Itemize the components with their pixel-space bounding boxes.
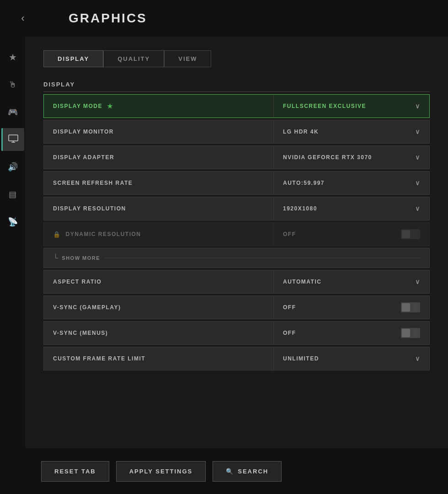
display-mode-value: FULLSCREEN EXCLUSIVE bbox=[283, 103, 366, 109]
monitor-icon bbox=[8, 134, 18, 145]
vsync-menus-toggle[interactable] bbox=[401, 328, 420, 338]
setting-label-display-adapter: DISPLAY ADAPTER bbox=[44, 154, 273, 161]
back-button[interactable]: ‹ bbox=[14, 9, 32, 27]
setting-value-vsync-menus: OFF bbox=[274, 328, 429, 338]
settings-container: DISPLAY MODE ★ FULLSCREEN EXCLUSIVE ∨ DI… bbox=[43, 94, 430, 370]
setting-row-aspect-ratio[interactable]: ASPECT RATIO AUTOMATIC ∨ bbox=[43, 270, 430, 294]
custom-frame-rate-label: CUSTOM FRAME RATE LIMIT bbox=[53, 355, 145, 362]
mouse-icon: 🖱 bbox=[9, 80, 17, 90]
chevron-down-icon: ∨ bbox=[415, 102, 421, 110]
network-icon: 📡 bbox=[8, 217, 18, 227]
search-button[interactable]: 🔍 SEARCH bbox=[213, 461, 282, 482]
tab-display[interactable]: DISPLAY bbox=[43, 50, 103, 67]
setting-row-custom-frame-rate[interactable]: CUSTOM FRAME RATE LIMIT UNLIMITED ∨ bbox=[43, 347, 430, 370]
aspect-ratio-label: ASPECT RATIO bbox=[53, 279, 101, 285]
back-icon: ‹ bbox=[21, 12, 24, 24]
show-more-row[interactable]: └ SHOW MORE bbox=[43, 248, 430, 268]
lock-icon: 🔒 bbox=[53, 231, 61, 238]
display-monitor-value: LG HDR 4K bbox=[283, 129, 319, 135]
setting-label-custom-frame-rate: CUSTOM FRAME RATE LIMIT bbox=[44, 355, 273, 362]
sidebar-item-audio[interactable]: 🔊 bbox=[1, 156, 24, 178]
gamepad-icon: 🎮 bbox=[8, 107, 18, 117]
setting-row-display-adapter[interactable]: DISPLAY ADAPTER NVIDIA GEFORCE RTX 3070 … bbox=[43, 145, 430, 169]
display-adapter-value: NVIDIA GEFORCE RTX 3070 bbox=[283, 154, 372, 161]
search-icon: 🔍 bbox=[226, 468, 234, 475]
display-monitor-label: DISPLAY MONITOR bbox=[53, 129, 114, 135]
setting-value-display-mode: FULLSCREEN EXCLUSIVE ∨ bbox=[274, 102, 429, 110]
show-more-divider bbox=[105, 258, 420, 258]
svg-rect-0 bbox=[9, 135, 18, 141]
toggle-thumb bbox=[402, 303, 410, 311]
tabs-container: DISPLAY QUALITY VIEW bbox=[43, 50, 430, 67]
setting-value-display-monitor: LG HDR 4K ∨ bbox=[274, 128, 429, 135]
vsync-menus-label: V-SYNC (MENUS) bbox=[53, 330, 108, 336]
display-resolution-label: DISPLAY RESOLUTION bbox=[53, 205, 126, 212]
vsync-menus-value: OFF bbox=[283, 330, 296, 336]
tab-quality[interactable]: QUALITY bbox=[103, 50, 164, 67]
setting-row-screen-refresh-rate[interactable]: SCREEN REFRESH RATE AUTO:59.997 ∨ bbox=[43, 171, 430, 195]
display-mode-label: DISPLAY MODE bbox=[53, 103, 102, 109]
setting-row-dynamic-resolution: 🔒 DYNAMIC RESOLUTION OFF bbox=[43, 222, 430, 246]
show-more-label: SHOW MORE bbox=[62, 255, 100, 261]
sidebar-item-display2[interactable]: ▤ bbox=[1, 183, 24, 206]
setting-label-display-resolution: DISPLAY RESOLUTION bbox=[44, 205, 273, 212]
footer: RESET TAB APPLY SETTINGS 🔍 SEARCH bbox=[0, 448, 448, 494]
setting-label-display-mode: DISPLAY MODE ★ bbox=[44, 102, 273, 110]
setting-value-aspect-ratio: AUTOMATIC ∨ bbox=[274, 278, 429, 285]
sidebar-item-network[interactable]: 📡 bbox=[1, 210, 24, 233]
setting-label-vsync-gameplay: V-SYNC (GAMEPLAY) bbox=[44, 304, 273, 311]
star-icon: ★ bbox=[9, 52, 17, 63]
setting-row-vsync-gameplay[interactable]: V-SYNC (GAMEPLAY) OFF bbox=[43, 295, 430, 319]
setting-value-screen-refresh-rate: AUTO:59.997 ∨ bbox=[274, 179, 429, 187]
dynamic-resolution-label: DYNAMIC RESOLUTION bbox=[66, 231, 141, 237]
apply-settings-button[interactable]: APPLY SETTINGS bbox=[116, 461, 206, 482]
setting-value-display-resolution: 1920X1080 ∨ bbox=[274, 205, 429, 212]
chevron-down-icon: ∨ bbox=[415, 278, 421, 285]
main-content: DISPLAY QUALITY VIEW DISPLAY DISPLAY MOD… bbox=[25, 37, 448, 448]
setting-label-dynamic-resolution: 🔒 DYNAMIC RESOLUTION bbox=[44, 231, 273, 238]
setting-label-vsync-menus: V-SYNC (MENUS) bbox=[44, 330, 273, 336]
page-title: GRAPHICS bbox=[69, 11, 147, 26]
indent-icon: └ bbox=[53, 254, 58, 262]
section-title: DISPLAY bbox=[43, 81, 430, 92]
setting-value-display-adapter: NVIDIA GEFORCE RTX 3070 ∨ bbox=[274, 154, 429, 161]
setting-value-vsync-gameplay: OFF bbox=[274, 302, 429, 312]
search-label: SEARCH bbox=[238, 468, 268, 475]
vsync-gameplay-toggle[interactable] bbox=[401, 302, 420, 312]
toggle-thumb bbox=[402, 230, 410, 238]
sidebar-item-star[interactable]: ★ bbox=[1, 46, 24, 69]
setting-value-dynamic-resolution: OFF bbox=[274, 229, 429, 239]
setting-label-screen-refresh-rate: SCREEN REFRESH RATE bbox=[44, 180, 273, 186]
sidebar-item-mouse[interactable]: 🖱 bbox=[1, 73, 24, 96]
setting-row-display-mode[interactable]: DISPLAY MODE ★ FULLSCREEN EXCLUSIVE ∨ bbox=[43, 94, 430, 118]
aspect-ratio-value: AUTOMATIC bbox=[283, 279, 321, 285]
display-resolution-value: 1920X1080 bbox=[283, 205, 317, 212]
sidebar-item-gamepad[interactable]: 🎮 bbox=[1, 101, 24, 124]
screen-refresh-rate-label: SCREEN REFRESH RATE bbox=[53, 180, 133, 186]
reset-tab-button[interactable]: RESET TAB bbox=[41, 461, 109, 482]
header: ‹ GRAPHICS bbox=[0, 0, 448, 37]
dynamic-resolution-value: OFF bbox=[283, 231, 296, 237]
chevron-down-icon: ∨ bbox=[415, 128, 421, 135]
screen-refresh-rate-value: AUTO:59.997 bbox=[283, 180, 325, 186]
vsync-gameplay-label: V-SYNC (GAMEPLAY) bbox=[53, 304, 121, 311]
setting-label-display-monitor: DISPLAY MONITOR bbox=[44, 129, 273, 135]
tab-view[interactable]: VIEW bbox=[164, 50, 211, 67]
setting-label-aspect-ratio: ASPECT RATIO bbox=[44, 279, 273, 285]
setting-value-custom-frame-rate: UNLIMITED ∨ bbox=[274, 355, 429, 362]
sidebar: ★ 🖱 🎮 🔊 ▤ 📡 bbox=[0, 37, 25, 448]
reset-tab-label: RESET TAB bbox=[54, 468, 96, 475]
setting-row-vsync-menus[interactable]: V-SYNC (MENUS) OFF bbox=[43, 321, 430, 345]
chevron-down-icon: ∨ bbox=[415, 179, 421, 187]
star-modified-icon: ★ bbox=[107, 102, 114, 110]
audio-icon: 🔊 bbox=[8, 162, 18, 172]
chevron-down-icon: ∨ bbox=[415, 355, 421, 362]
setting-row-display-resolution[interactable]: DISPLAY RESOLUTION 1920X1080 ∨ bbox=[43, 197, 430, 220]
dynamic-resolution-toggle bbox=[401, 229, 420, 239]
sidebar-item-monitor[interactable] bbox=[1, 128, 24, 151]
vsync-gameplay-value: OFF bbox=[283, 304, 296, 311]
custom-frame-rate-value: UNLIMITED bbox=[283, 355, 319, 362]
setting-row-display-monitor[interactable]: DISPLAY MONITOR LG HDR 4K ∨ bbox=[43, 120, 430, 144]
apply-settings-label: APPLY SETTINGS bbox=[129, 468, 193, 475]
chevron-down-icon: ∨ bbox=[415, 154, 421, 161]
